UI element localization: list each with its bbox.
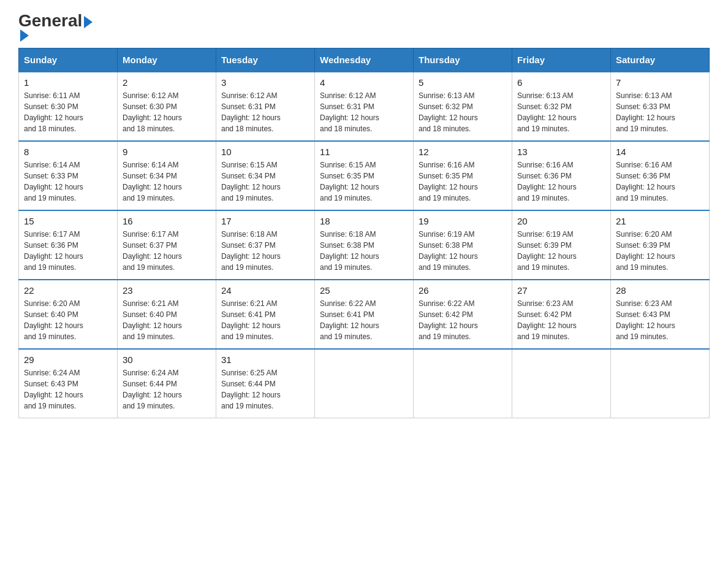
calendar-day-cell: 9Sunrise: 6:14 AMSunset: 6:34 PMDaylight…	[118, 141, 216, 210]
calendar-day-cell: 25Sunrise: 6:22 AMSunset: 6:41 PMDayligh…	[315, 280, 414, 349]
day-number: 9	[123, 147, 211, 157]
calendar-day-cell	[315, 349, 414, 418]
logo: General	[18, 12, 93, 42]
day-info: Sunrise: 6:21 AMSunset: 6:41 PMDaylight:…	[221, 298, 309, 342]
day-info: Sunrise: 6:12 AMSunset: 6:30 PMDaylight:…	[123, 90, 211, 134]
day-number: 30	[123, 354, 211, 365]
calendar-day-cell: 24Sunrise: 6:21 AMSunset: 6:41 PMDayligh…	[216, 280, 315, 349]
day-number: 26	[419, 285, 507, 296]
day-info: Sunrise: 6:23 AMSunset: 6:42 PMDaylight:…	[517, 298, 605, 342]
day-number: 21	[616, 216, 704, 226]
calendar-day-cell: 14Sunrise: 6:16 AMSunset: 6:36 PMDayligh…	[611, 141, 710, 210]
calendar-day-cell: 3Sunrise: 6:12 AMSunset: 6:31 PMDaylight…	[216, 72, 315, 141]
day-info: Sunrise: 6:11 AMSunset: 6:30 PMDaylight:…	[24, 90, 112, 134]
calendar-week-row: 15Sunrise: 6:17 AMSunset: 6:36 PMDayligh…	[19, 210, 710, 280]
calendar-day-cell: 19Sunrise: 6:19 AMSunset: 6:38 PMDayligh…	[414, 210, 512, 280]
day-info: Sunrise: 6:24 AMSunset: 6:44 PMDaylight:…	[123, 367, 211, 412]
calendar-day-cell: 10Sunrise: 6:15 AMSunset: 6:34 PMDayligh…	[216, 141, 315, 210]
calendar-header-row: SundayMondayTuesdayWednesdayThursdayFrid…	[19, 48, 710, 72]
day-info: Sunrise: 6:20 AMSunset: 6:39 PMDaylight:…	[616, 229, 704, 273]
day-number: 4	[320, 77, 408, 88]
calendar-day-cell: 8Sunrise: 6:14 AMSunset: 6:33 PMDaylight…	[19, 141, 118, 210]
day-info: Sunrise: 6:17 AMSunset: 6:37 PMDaylight:…	[123, 229, 211, 273]
day-info: Sunrise: 6:22 AMSunset: 6:41 PMDaylight:…	[320, 298, 408, 342]
day-info: Sunrise: 6:15 AMSunset: 6:35 PMDaylight:…	[320, 159, 408, 204]
day-number: 22	[24, 285, 112, 296]
day-number: 5	[419, 77, 507, 88]
calendar-week-row: 29Sunrise: 6:24 AMSunset: 6:43 PMDayligh…	[19, 349, 710, 418]
day-info: Sunrise: 6:13 AMSunset: 6:32 PMDaylight:…	[419, 90, 507, 134]
day-info: Sunrise: 6:17 AMSunset: 6:36 PMDaylight:…	[24, 229, 112, 273]
day-number: 16	[123, 216, 211, 226]
calendar-day-cell: 2Sunrise: 6:12 AMSunset: 6:30 PMDaylight…	[118, 72, 216, 141]
calendar-day-cell: 4Sunrise: 6:12 AMSunset: 6:31 PMDaylight…	[315, 72, 414, 141]
calendar-table: SundayMondayTuesdayWednesdayThursdayFrid…	[18, 48, 710, 418]
calendar-day-cell: 20Sunrise: 6:19 AMSunset: 6:39 PMDayligh…	[512, 210, 611, 280]
logo-general-text: General	[18, 12, 93, 29]
calendar-day-cell: 5Sunrise: 6:13 AMSunset: 6:32 PMDaylight…	[414, 72, 512, 141]
calendar-week-row: 22Sunrise: 6:20 AMSunset: 6:40 PMDayligh…	[19, 280, 710, 349]
day-number: 14	[616, 147, 704, 157]
logo-arrow-icon	[20, 29, 29, 42]
calendar-day-cell: 30Sunrise: 6:24 AMSunset: 6:44 PMDayligh…	[118, 349, 216, 418]
day-number: 15	[24, 216, 112, 226]
day-number: 3	[221, 77, 309, 88]
day-number: 28	[616, 285, 704, 296]
calendar-day-cell: 16Sunrise: 6:17 AMSunset: 6:37 PMDayligh…	[118, 210, 216, 280]
day-number: 27	[517, 285, 605, 296]
day-number: 24	[221, 285, 309, 296]
day-info: Sunrise: 6:18 AMSunset: 6:38 PMDaylight:…	[320, 229, 408, 273]
calendar-day-cell: 27Sunrise: 6:23 AMSunset: 6:42 PMDayligh…	[512, 280, 611, 349]
logo-blue-text	[18, 29, 29, 42]
day-number: 25	[320, 285, 408, 296]
calendar-week-row: 8Sunrise: 6:14 AMSunset: 6:33 PMDaylight…	[19, 141, 710, 210]
day-info: Sunrise: 6:19 AMSunset: 6:39 PMDaylight:…	[517, 229, 605, 273]
calendar-day-cell: 1Sunrise: 6:11 AMSunset: 6:30 PMDaylight…	[19, 72, 118, 141]
calendar-day-cell: 11Sunrise: 6:15 AMSunset: 6:35 PMDayligh…	[315, 141, 414, 210]
header-monday: Monday	[118, 48, 216, 72]
logo-triangle-icon	[84, 16, 93, 28]
day-info: Sunrise: 6:13 AMSunset: 6:32 PMDaylight:…	[517, 90, 605, 134]
header-saturday: Saturday	[611, 48, 710, 72]
day-number: 19	[419, 216, 507, 226]
day-number: 31	[221, 354, 309, 365]
day-number: 6	[517, 77, 605, 88]
day-info: Sunrise: 6:19 AMSunset: 6:38 PMDaylight:…	[419, 229, 507, 273]
calendar-day-cell	[611, 349, 710, 418]
header-wednesday: Wednesday	[315, 48, 414, 72]
day-info: Sunrise: 6:16 AMSunset: 6:36 PMDaylight:…	[517, 159, 605, 204]
day-info: Sunrise: 6:12 AMSunset: 6:31 PMDaylight:…	[320, 90, 408, 134]
calendar-day-cell: 29Sunrise: 6:24 AMSunset: 6:43 PMDayligh…	[19, 349, 118, 418]
day-number: 10	[221, 147, 309, 157]
header-tuesday: Tuesday	[216, 48, 315, 72]
calendar-day-cell: 23Sunrise: 6:21 AMSunset: 6:40 PMDayligh…	[118, 280, 216, 349]
header-friday: Friday	[512, 48, 611, 72]
day-info: Sunrise: 6:24 AMSunset: 6:43 PMDaylight:…	[24, 367, 112, 412]
day-info: Sunrise: 6:12 AMSunset: 6:31 PMDaylight:…	[221, 90, 309, 134]
day-info: Sunrise: 6:14 AMSunset: 6:33 PMDaylight:…	[24, 159, 112, 204]
day-number: 20	[517, 216, 605, 226]
calendar-day-cell: 21Sunrise: 6:20 AMSunset: 6:39 PMDayligh…	[611, 210, 710, 280]
calendar-day-cell: 7Sunrise: 6:13 AMSunset: 6:33 PMDaylight…	[611, 72, 710, 141]
header-thursday: Thursday	[414, 48, 512, 72]
day-info: Sunrise: 6:22 AMSunset: 6:42 PMDaylight:…	[419, 298, 507, 342]
calendar-day-cell: 15Sunrise: 6:17 AMSunset: 6:36 PMDayligh…	[19, 210, 118, 280]
day-number: 1	[24, 77, 112, 88]
calendar-day-cell: 18Sunrise: 6:18 AMSunset: 6:38 PMDayligh…	[315, 210, 414, 280]
day-number: 23	[123, 285, 211, 296]
day-number: 12	[419, 147, 507, 157]
day-number: 8	[24, 147, 112, 157]
day-info: Sunrise: 6:20 AMSunset: 6:40 PMDaylight:…	[24, 298, 112, 342]
day-info: Sunrise: 6:13 AMSunset: 6:33 PMDaylight:…	[616, 90, 704, 134]
calendar-day-cell	[512, 349, 611, 418]
day-info: Sunrise: 6:21 AMSunset: 6:40 PMDaylight:…	[123, 298, 211, 342]
day-number: 13	[517, 147, 605, 157]
day-info: Sunrise: 6:25 AMSunset: 6:44 PMDaylight:…	[221, 367, 309, 412]
day-info: Sunrise: 6:16 AMSunset: 6:35 PMDaylight:…	[419, 159, 507, 204]
page-header: General	[18, 12, 710, 42]
day-number: 18	[320, 216, 408, 226]
day-number: 2	[123, 77, 211, 88]
calendar-day-cell: 6Sunrise: 6:13 AMSunset: 6:32 PMDaylight…	[512, 72, 611, 141]
calendar-day-cell: 31Sunrise: 6:25 AMSunset: 6:44 PMDayligh…	[216, 349, 315, 418]
calendar-day-cell	[414, 349, 512, 418]
